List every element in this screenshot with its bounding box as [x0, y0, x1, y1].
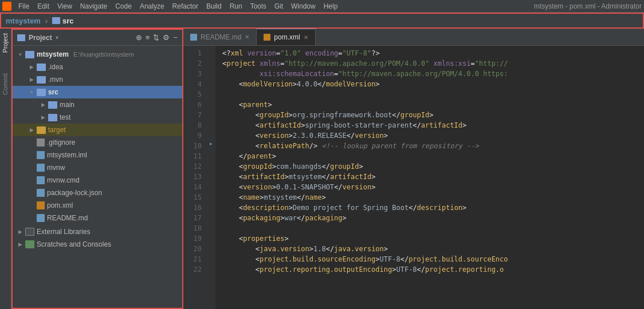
- mvn-folder-icon: [37, 76, 46, 84]
- gm-22: [206, 262, 215, 272]
- code-line-3: xsi:schemaLocation="http://maven.apache.…: [222, 69, 644, 79]
- gm-10: ▸: [206, 138, 215, 149]
- test-label: test: [60, 113, 70, 121]
- src-arrow: ▾: [29, 89, 34, 95]
- gm-21: [206, 252, 215, 262]
- breadcrumb-folder[interactable]: src: [62, 17, 74, 25]
- readme-tab-icon: [190, 34, 197, 41]
- breadcrumb: mtsystem › src: [6, 17, 74, 25]
- tree-test[interactable]: ▶ test: [13, 111, 182, 124]
- gm-7: [206, 108, 215, 118]
- test-folder-icon: [48, 114, 57, 121]
- tree-src[interactable]: ▾ src: [13, 86, 182, 98]
- ln-13: 13: [183, 172, 202, 182]
- tab-pom[interactable]: pom.xml ✕: [257, 29, 315, 45]
- tree-gitignore[interactable]: .gitignore: [13, 136, 182, 149]
- menubar: File Edit View Navigate Code Analyze Ref…: [0, 0, 644, 13]
- tree-pom[interactable]: pom.xml: [13, 199, 182, 212]
- menu-file[interactable]: File: [15, 1, 33, 11]
- gitignore-label: .gitignore: [47, 138, 75, 146]
- code-line-16: <description>Demo project for Spring Boo…: [222, 203, 644, 213]
- code-line-22: <project.reporting.outputEncoding>UTF-8<…: [222, 264, 644, 275]
- code-line-7: <groupId>org.springframework.boot</group…: [222, 110, 644, 120]
- breadcrumb-folder-icon: [52, 17, 60, 24]
- code-line-5: [222, 89, 644, 100]
- menu-edit[interactable]: Edit: [34, 1, 53, 11]
- menu-navigate[interactable]: Navigate: [77, 1, 111, 11]
- side-tab-project[interactable]: Project: [0, 29, 11, 57]
- json-icon: [37, 189, 45, 197]
- code-line-12: <groupId>com.huangds</groupId>: [222, 161, 644, 172]
- toolbar-icon-collapse[interactable]: ≡: [146, 33, 150, 42]
- side-tab-commit[interactable]: Commit: [0, 69, 11, 100]
- vertical-side-tabs: Project Commit: [0, 29, 11, 309]
- menu-analyze[interactable]: Analyze: [136, 1, 168, 11]
- tree-mvn[interactable]: ▶ .mvn: [13, 73, 182, 86]
- tree-target[interactable]: ▶ target: [13, 124, 182, 136]
- ln-1: 1: [183, 48, 202, 58]
- tree-readme[interactable]: README.md: [13, 212, 182, 224]
- target-folder-icon: [37, 126, 46, 134]
- code-line-18: [222, 223, 644, 233]
- gm-19: [206, 231, 215, 241]
- ln-11: 11: [183, 151, 202, 161]
- gutter: ▸: [206, 46, 215, 309]
- menu-help[interactable]: Help: [320, 1, 341, 11]
- line-numbers: 1 2 3 4 5 6 7 8 9 10 11 12 13 14 15 16 1…: [183, 46, 206, 309]
- target-arrow: ▶: [29, 127, 34, 133]
- menu-code[interactable]: Code: [112, 1, 135, 11]
- code-editor[interactable]: <?xml version="1.0" encoding="UTF-8"?> <…: [215, 46, 644, 309]
- project-title: Project: [29, 34, 52, 42]
- tree-scratches[interactable]: ▶ Scratches and Consoles: [13, 238, 182, 251]
- menu-view[interactable]: View: [54, 1, 76, 11]
- tree-mvnw[interactable]: mvnw: [13, 161, 182, 174]
- mvnw-cmd-icon: [37, 176, 45, 184]
- menu-tools[interactable]: Tools: [247, 1, 270, 11]
- gm-8: [206, 118, 215, 128]
- mvnw-icon: [37, 164, 45, 172]
- gm-2: [206, 56, 215, 66]
- tree-external-libs[interactable]: ▶ External Libraries: [13, 225, 182, 238]
- idea-arrow: ▶: [29, 64, 34, 70]
- tree-package-lock[interactable]: package-lock.json: [13, 187, 182, 199]
- gm-6: [206, 97, 215, 108]
- idea-folder-icon: [37, 64, 46, 71]
- toolbar-icon-hide[interactable]: −: [173, 33, 178, 42]
- tree-root[interactable]: ▾ mtsystem E:\huangds\mtsystem: [13, 48, 182, 61]
- project-dropdown-arrow[interactable]: ▾: [56, 34, 58, 41]
- ln-14: 14: [183, 182, 202, 192]
- menu-git[interactable]: Git: [271, 1, 286, 11]
- toolbar-icon-settings[interactable]: ⚙: [163, 33, 170, 42]
- tab-readme[interactable]: README.md ✕: [183, 29, 257, 45]
- gm-13: [206, 169, 215, 180]
- window-title: mtsystem - pom.xml - Administrator: [534, 2, 642, 10]
- iml-icon: [37, 151, 45, 159]
- scratches-arrow: ▶: [17, 241, 23, 247]
- code-line-15: <name>mtsystem</name>: [222, 192, 644, 203]
- main-area: Project Commit Project ▾ ⊕ ≡ ⇅ ⚙ −: [0, 29, 644, 309]
- breadcrumb-project[interactable]: mtsystem: [6, 17, 41, 25]
- gm-1: [206, 46, 215, 56]
- target-label: target: [48, 126, 66, 134]
- menu-run[interactable]: Run: [226, 1, 246, 11]
- ln-7: 7: [183, 110, 202, 120]
- ln-8: 8: [183, 120, 202, 130]
- root-path: E:\huangds\mtsystem: [73, 51, 134, 58]
- gm-12: [206, 159, 215, 169]
- code-line-9: <version>2.3.0.RELEASE</version>: [222, 130, 644, 141]
- tree-main[interactable]: ▶ main: [13, 98, 182, 111]
- project-toolbar-icons: ⊕ ≡ ⇅ ⚙ −: [136, 33, 178, 42]
- menu-refactor[interactable]: Refactor: [169, 1, 202, 11]
- readme-icon: [37, 214, 45, 222]
- toolbar-icon-add[interactable]: ⊕: [136, 33, 142, 42]
- tree-iml[interactable]: mtsystem.iml: [13, 149, 182, 161]
- tab-pom-close[interactable]: ✕: [304, 34, 308, 41]
- tab-readme-close[interactable]: ✕: [245, 34, 249, 40]
- toolbar-icon-sort[interactable]: ⇅: [153, 33, 159, 42]
- code-line-10: <relativePath/> <!-- lookup parent from …: [222, 141, 644, 151]
- menu-build[interactable]: Build: [203, 1, 225, 11]
- menu-window[interactable]: Window: [288, 1, 319, 11]
- scratches-icon: [25, 240, 34, 248]
- tree-idea[interactable]: ▶ .idea: [13, 61, 182, 73]
- tree-mvnw-cmd[interactable]: mvnw.cmd: [13, 174, 182, 187]
